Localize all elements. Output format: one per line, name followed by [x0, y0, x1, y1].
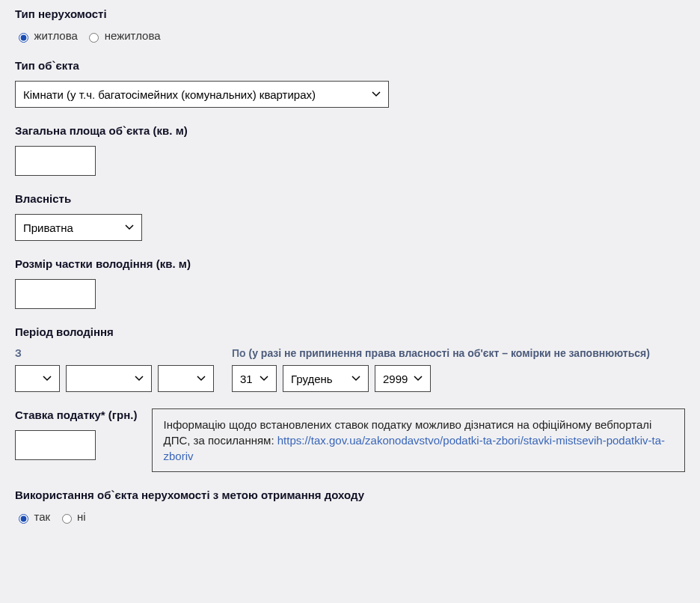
total-area-label: Загальна площа об`єкта (кв. м) — [15, 124, 685, 137]
tax-rate-label: Ставка податку* (грн.) — [15, 408, 137, 421]
object-type-label: Тип об`єкта — [15, 59, 685, 72]
income-use-radios: так ні — [15, 510, 685, 524]
period-from-day[interactable] — [15, 365, 60, 392]
period-from-month[interactable] — [66, 365, 152, 392]
tax-rate-info-box: Інформацію щодо встановлених ставок пода… — [152, 408, 685, 472]
period-to-day[interactable]: 31 — [232, 365, 277, 392]
radio-income-no[interactable] — [62, 514, 72, 524]
period-row: З По (у разі не припинення права власнос… — [15, 347, 685, 392]
property-type-group: Тип нерухомості житлова нежитлова — [15, 7, 685, 43]
radio-income-yes-label[interactable]: так — [34, 510, 50, 523]
radio-residential[interactable] — [19, 33, 28, 43]
ownership-label: Власність — [15, 192, 685, 205]
radio-residential-label[interactable]: житлова — [34, 29, 77, 42]
tax-rate-input[interactable] — [15, 430, 96, 460]
radio-nonresidential-label[interactable]: нежитлова — [105, 29, 161, 42]
period-to-month[interactable]: Грудень — [283, 365, 369, 392]
income-use-label: Використання об`єкта нерухомості з метою… — [15, 489, 685, 501]
share-size-input[interactable] — [15, 279, 96, 309]
period-to-label-word: По — [232, 347, 246, 359]
property-type-label: Тип нерухомості — [15, 7, 685, 20]
period-from-year[interactable] — [158, 365, 214, 392]
tax-rate-left: Ставка податку* (грн.) — [15, 408, 137, 460]
period-to-label: По (у разі не припинення права власності… — [232, 347, 650, 359]
period-to-selects: 31 Грудень 2999 — [232, 365, 650, 392]
tax-form: Тип нерухомості житлова нежитлова Тип об… — [0, 0, 700, 536]
total-area-input[interactable] — [15, 146, 96, 176]
object-type-group: Тип об`єкта Кімнати (у т.ч. багатосімейн… — [15, 59, 685, 108]
income-use-group: Використання об`єкта нерухомості з метою… — [15, 489, 685, 524]
object-type-select[interactable]: Кімнати (у т.ч. багатосімейних (комуналь… — [15, 81, 389, 108]
period-from-label: З — [15, 347, 214, 359]
period-from-selects — [15, 365, 214, 392]
property-type-radios: житлова нежитлова — [15, 29, 685, 43]
radio-nonresidential[interactable] — [89, 33, 99, 43]
period-group: Період володіння З По (у разі не припине… — [15, 325, 685, 392]
ownership-group: Власність Приватна — [15, 192, 685, 241]
ownership-select[interactable]: Приватна — [15, 214, 142, 241]
period-to-year[interactable]: 2999 — [375, 365, 431, 392]
period-to-hint: (у разі не припинення права власності на… — [249, 347, 650, 359]
tax-rate-row: Ставка податку* (грн.) Інформацію щодо в… — [15, 408, 685, 472]
period-to-col: По (у разі не припинення права власності… — [232, 347, 650, 392]
period-label: Період володіння — [15, 325, 685, 338]
share-size-label: Розмір частки володіння (кв. м) — [15, 257, 685, 270]
period-from-col: З — [15, 347, 214, 392]
radio-income-yes[interactable] — [19, 514, 28, 524]
share-size-group: Розмір частки володіння (кв. м) — [15, 257, 685, 309]
radio-income-no-label[interactable]: ні — [77, 510, 86, 523]
total-area-group: Загальна площа об`єкта (кв. м) — [15, 124, 685, 176]
